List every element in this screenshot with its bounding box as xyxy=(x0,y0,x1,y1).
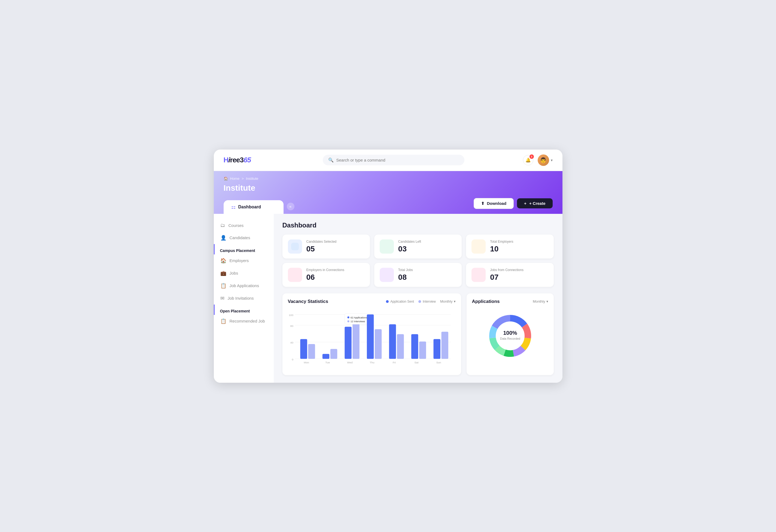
sidebar-item-job-invitations[interactable]: ✉ Job Invitations xyxy=(214,292,274,305)
candidates-icon: 👤 xyxy=(220,235,226,241)
candidates-selected-icon: 👥 xyxy=(288,239,302,253)
svg-point-24 xyxy=(347,320,349,322)
download-button[interactable]: ⬆ Download xyxy=(474,198,514,209)
stat-info-total-employers: Total Employers 10 xyxy=(490,240,513,253)
stat-value-employers-connections: 06 xyxy=(307,273,344,282)
stat-info-jobs-connections: Jobs from Connections 07 xyxy=(490,268,524,282)
sidebar: 🗂 Courses 👤 Candidates Campus Placement … xyxy=(214,214,274,383)
sidebar-item-job-applications[interactable]: 📋 Job Applications xyxy=(214,280,274,292)
sidebar-label-recommended-job: Recommended Job xyxy=(230,319,265,323)
sidebar-label-job-invitations: Job Invitations xyxy=(228,296,254,301)
total-employers-icon: 👥 xyxy=(471,239,486,253)
applications-chart-card: Applications Monthly ▾ xyxy=(466,293,554,375)
chart-header: Vacancy Statistics Application Sent Inte… xyxy=(288,299,456,304)
breadcrumb-home[interactable]: Home xyxy=(230,177,240,181)
sidebar-item-jobs[interactable]: 💼 Jobs xyxy=(214,267,274,280)
dashboard-tab-label: Dashboard xyxy=(238,205,261,209)
sidebar-item-recommended-job[interactable]: 📋 Recommended Job xyxy=(214,315,274,327)
stat-value-total-jobs: 08 xyxy=(398,273,413,282)
dashboard-icon: ⚏ xyxy=(231,204,236,210)
svg-text:📊: 📊 xyxy=(475,272,482,279)
sidebar-item-employers[interactable]: 🏠 Employers xyxy=(214,254,274,267)
stat-label-employers-connections: Employers in Connections xyxy=(307,268,344,272)
stat-card-total-employers: 👥 Total Employers 10 xyxy=(466,234,554,258)
home-icon: 🏠 xyxy=(224,177,228,181)
donut-chart-svg: 100% Data Recorded xyxy=(483,309,537,363)
donut-header: Applications Monthly ▾ xyxy=(472,299,548,304)
chevron-down-icon[interactable]: ▾ xyxy=(551,158,553,162)
header: Hiree365 🔍 🔔 3 👨 ▾ xyxy=(214,150,562,171)
svg-point-51 xyxy=(497,322,524,350)
svg-text:Tue: Tue xyxy=(325,361,330,364)
stat-info-candidates-left: Candidates Left 03 xyxy=(398,240,421,253)
recommended-job-icon: 📋 xyxy=(220,318,226,324)
svg-rect-26 xyxy=(367,314,373,359)
collapse-button[interactable]: « xyxy=(287,203,295,210)
svg-rect-27 xyxy=(375,329,381,359)
sidebar-label-courses: Courses xyxy=(228,223,244,228)
notification-badge: 3 xyxy=(530,154,534,159)
donut-filter-dropdown[interactable]: Monthly ▾ xyxy=(533,299,548,304)
stat-label-candidates-left: Candidates Left xyxy=(398,240,421,243)
search-input[interactable] xyxy=(336,158,459,162)
legend-label-interview: Interview xyxy=(423,300,436,304)
dashboard-tab[interactable]: ⚏ Dashboard xyxy=(224,200,283,214)
breadcrumb: 🏠 Home > Institute xyxy=(224,177,553,181)
bar-chart-container: 100 80 40 0 xyxy=(288,309,456,370)
legend-label-sent: Application Sent xyxy=(390,300,414,304)
svg-text:Data Recorded: Data Recorded xyxy=(500,337,520,340)
svg-text:Sat: Sat xyxy=(414,361,418,364)
banner: 🏠 Home > Institute Institute ⚏ Dashboard… xyxy=(214,171,562,214)
vacancy-chart-card: Vacancy Statistics Application Sent Inte… xyxy=(282,293,461,375)
main-layout: 🏠 Home > Institute Institute ⚏ Dashboard… xyxy=(214,171,562,383)
main-content: Dashboard 👥 Candidates Selected xyxy=(274,214,562,383)
svg-rect-19 xyxy=(345,327,351,359)
svg-rect-17 xyxy=(322,354,329,359)
svg-rect-31 xyxy=(419,341,426,358)
sidebar-label-job-applications: Job Applications xyxy=(230,283,259,288)
total-jobs-icon: 🔍 xyxy=(380,268,394,282)
svg-rect-15 xyxy=(300,339,307,358)
svg-text:Wed: Wed xyxy=(347,361,353,364)
donut-title: Applications xyxy=(472,299,500,304)
sidebar-item-candidates[interactable]: 👤 Candidates xyxy=(214,231,274,244)
create-button[interactable]: + + Create xyxy=(517,198,552,208)
employers-connections-icon: 👤 xyxy=(288,268,302,282)
header-right: 🔔 3 👨 ▾ xyxy=(520,154,553,166)
sidebar-label-candidates: Candidates xyxy=(230,235,250,240)
chart-filter-label: Monthly xyxy=(440,299,453,304)
svg-rect-16 xyxy=(308,344,315,358)
donut-filter-label: Monthly xyxy=(533,299,545,304)
notification-button[interactable]: 🔔 3 xyxy=(523,155,533,165)
avatar-image: 👨 xyxy=(540,157,547,163)
sidebar-item-courses[interactable]: 🗂 Courses xyxy=(214,219,274,231)
sidebar-label-jobs: Jobs xyxy=(230,271,238,276)
svg-rect-29 xyxy=(397,334,404,359)
chart-legend: Application Sent Interview xyxy=(386,300,436,304)
candidates-left-icon: 🌐 xyxy=(380,239,394,253)
filter-chevron-icon: ▾ xyxy=(454,299,456,304)
banner-bottom: ⚏ Dashboard « ⬆ Download + + Create xyxy=(224,198,553,214)
stat-label-total-employers: Total Employers xyxy=(490,240,513,243)
svg-text:Fri: Fri xyxy=(392,361,396,364)
svg-text:80: 80 xyxy=(290,324,294,327)
logo-text: H xyxy=(224,156,228,164)
banner-actions: ⬆ Download + + Create xyxy=(474,198,552,214)
stat-card-employers-connections: 👤 Employers in Connections 06 xyxy=(282,263,370,287)
stat-value-total-employers: 10 xyxy=(490,244,513,253)
svg-rect-0 xyxy=(291,243,299,250)
courses-icon: 🗂 xyxy=(220,222,225,228)
chart-title: Vacancy Statistics xyxy=(288,299,328,304)
svg-text:100%: 100% xyxy=(503,330,517,336)
svg-text:🔍: 🔍 xyxy=(383,272,390,279)
svg-text:👥: 👥 xyxy=(475,243,482,250)
svg-point-22 xyxy=(347,316,349,318)
search-bar[interactable]: 🔍 xyxy=(323,155,464,165)
stat-label-total-jobs: Total Jobs xyxy=(398,268,413,272)
page-title: Dashboard xyxy=(282,221,554,229)
search-icon: 🔍 xyxy=(328,157,334,163)
chart-filter-dropdown[interactable]: Monthly ▾ xyxy=(440,299,456,304)
legend-dot-interview xyxy=(418,300,421,303)
stat-card-jobs-connections: 📊 Jobs from Connections 07 xyxy=(466,263,554,287)
job-invitations-icon: ✉ xyxy=(220,295,224,301)
